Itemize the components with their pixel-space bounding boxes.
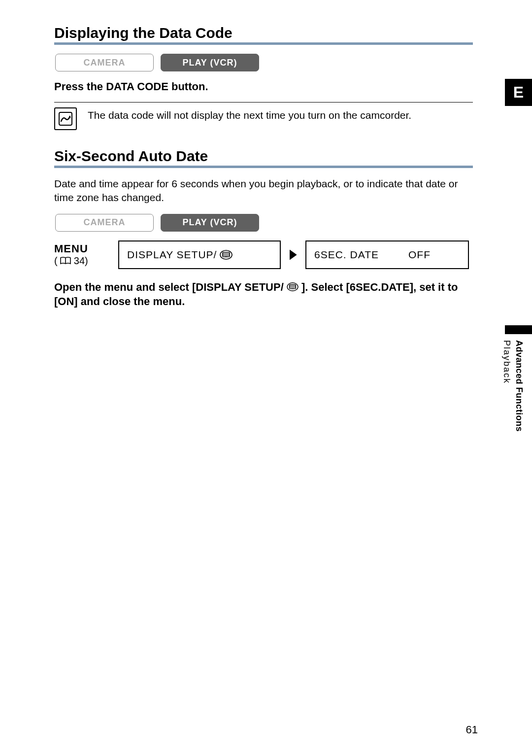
display-icon-inline [287,282,299,292]
camera-mode-pill: CAMERA [55,54,154,71]
svg-point-6 [287,283,298,291]
camera-mode-label-2: CAMERA [84,217,126,228]
section-1-title: Displaying the Data Code [54,25,473,45]
final-instr-pre: Open the menu and select [DISPLAY SETUP/ [54,281,287,293]
six-sec-date-label: 6SEC. DATE [314,249,379,261]
note-icon [54,107,77,130]
menu-page-ref: ( 34) [54,255,113,267]
menu-box-6sec-date: 6SEC. DATE OFF [305,241,469,269]
camera-mode-label: CAMERA [84,58,126,68]
menu-box-display-setup: DISPLAY SETUP/ [118,241,281,269]
play-mode-label: PLAY (VCR) [182,58,237,68]
section-2-instruction: Open the menu and select [DISPLAY SETUP/… [54,280,473,309]
language-tab-label: E [513,83,524,102]
play-mode-pill: PLAY (VCR) [161,54,259,71]
menu-path-row: MENU ( 34) DISPLAY SETUP/ [54,241,473,269]
svg-point-1 [220,250,232,259]
note-text: The data code will not display the next … [88,107,411,122]
camera-mode-pill-2: CAMERA [55,214,154,232]
note-row: The data code will not display the next … [54,107,473,130]
svg-rect-7 [290,284,296,288]
manual-page: E Advanced Functions Playback Displaying… [0,0,532,756]
menu-label-block: MENU ( 34) [54,241,113,269]
divider [54,102,473,103]
play-mode-label-2: PLAY (VCR) [182,217,237,228]
svg-rect-2 [223,252,230,257]
side-section-label: Advanced Functions Playback [500,340,525,432]
side-line-1: Advanced Functions [514,340,524,432]
play-mode-pill-2: PLAY (VCR) [161,214,259,232]
menu-arrow-icon [286,241,300,269]
display-icon [220,249,233,260]
book-icon [60,256,71,267]
side-line-2: Playback [502,340,512,384]
section-stripe [505,325,532,334]
mode-row-2: CAMERA PLAY (VCR) [55,214,473,232]
menu-page-number: 34 [74,255,85,266]
display-setup-text: DISPLAY SETUP/ [127,249,217,261]
menu-label: MENU [54,242,113,255]
section-1-instruction: Press the DATA CODE button. [54,80,473,93]
section-2-intro: Date and time appear for 6 seconds when … [54,177,473,205]
six-sec-date-value: OFF [408,249,431,261]
page-number: 61 [466,723,478,736]
section-2-title: Six-Second Auto Date [54,148,473,168]
mode-row-1: CAMERA PLAY (VCR) [55,54,473,71]
language-tab: E [505,79,532,106]
